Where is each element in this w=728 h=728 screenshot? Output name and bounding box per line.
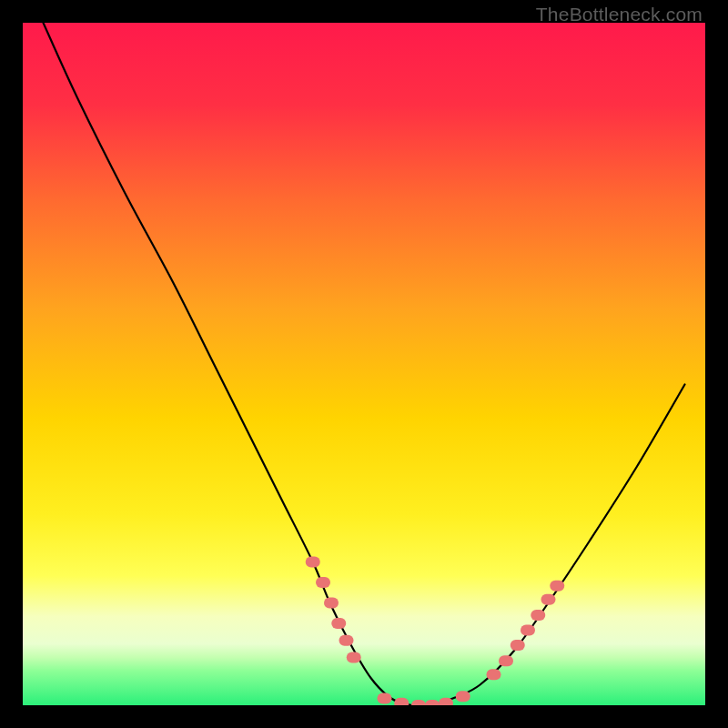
data-marker <box>394 698 409 705</box>
data-marker <box>324 598 339 609</box>
data-marker <box>425 700 440 705</box>
plot-area <box>23 23 705 705</box>
bottleneck-curve <box>44 23 685 705</box>
data-marker <box>306 557 320 568</box>
data-marker <box>439 698 453 705</box>
data-marker <box>456 691 470 702</box>
chart-container: TheBottleneck.com <box>0 0 728 728</box>
data-marker <box>541 594 556 605</box>
data-marker <box>411 700 426 705</box>
data-marker <box>499 655 513 666</box>
data-marker <box>550 581 564 592</box>
data-marker <box>531 610 545 621</box>
data-marker <box>511 640 525 651</box>
data-marker <box>339 635 354 646</box>
data-marker <box>316 577 330 588</box>
data-marker <box>521 625 535 636</box>
data-marker <box>378 693 392 704</box>
curve-layer <box>23 23 705 705</box>
data-marker <box>347 652 361 663</box>
data-marker <box>331 618 346 629</box>
data-marker <box>487 669 501 680</box>
